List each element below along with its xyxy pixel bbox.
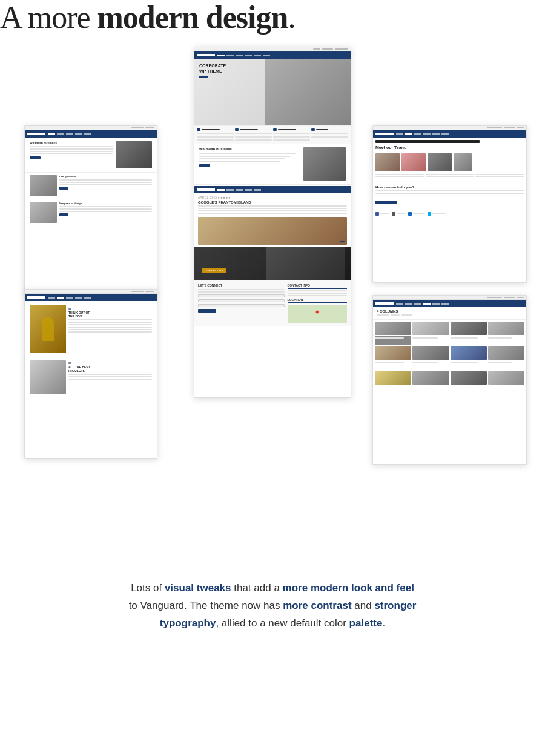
desc-highlight-typography: typography: [160, 617, 216, 629]
desc-text-4: and: [352, 600, 375, 611]
mockup-right-bottom: 4 COLUMNS: [372, 295, 527, 465]
desc-text-3: to Vanguard. The theme now has: [129, 600, 283, 611]
desc-text-5: , allied to a new default color: [216, 617, 349, 629]
desc-text-2: that add a: [231, 582, 283, 594]
mockup-right-top: Meet our Team. How can we help you?: [372, 125, 527, 283]
mockup-center-main: CORPORATEWP THEME: [194, 47, 351, 398]
desc-highlight-visual-tweaks: visual tweaks: [165, 582, 231, 594]
desc-highlight-modern: more modern look and feel: [283, 582, 414, 594]
page-title: A more modern design.: [0, 0, 545, 35]
desc-text-1: Lots of: [131, 582, 165, 594]
desc-text-6: .: [382, 617, 385, 629]
desc-highlight-palette: palette: [349, 617, 383, 629]
title-suffix: .: [288, 0, 295, 35]
title-prefix: A more: [0, 0, 97, 35]
desc-highlight-contrast: more contrast: [283, 600, 351, 611]
description-area: Lots of visual tweaks that add a more mo…: [0, 562, 545, 657]
screenshots-area: CORPORATEWP THEME: [0, 35, 545, 562]
mockup-left-top: We mean business. Lets go mobile.: [24, 125, 157, 295]
title-bold: modern design: [97, 0, 288, 35]
page-header: A more modern design.: [0, 0, 545, 35]
description-paragraph: Lots of visual tweaks that add a more mo…: [36, 580, 509, 632]
desc-highlight-stronger: stronger: [374, 600, 416, 611]
mockup-left-bottom: 01 THINK OUT OFTHE BOX. 02 ALL THE BESTP…: [24, 289, 157, 459]
